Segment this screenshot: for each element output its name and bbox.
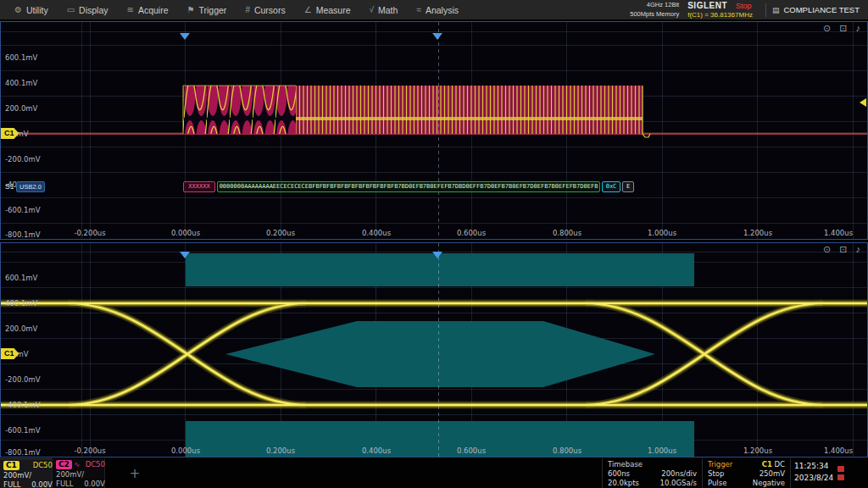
add-channel-button[interactable]: + — [105, 458, 164, 488]
c2-badge: C2 — [56, 460, 72, 469]
divider — [765, 3, 766, 17]
timebase-points: 20.0kpts — [608, 479, 652, 487]
y-tick: -200.0mV — [5, 375, 41, 384]
menu-utility[interactable]: ⚙Utility — [5, 0, 58, 19]
annotate-icon[interactable]: ♪ — [856, 23, 861, 33]
decode-slot-label: S1 — [5, 182, 14, 191]
decode-field-crc: 0xC — [602, 181, 620, 192]
channel2-panel[interactable]: C2 ∿ DC50 200mV/ FULL 0.00V — [53, 458, 105, 488]
x-tick: 1.000us — [635, 446, 689, 455]
brand-block: SIGLENTStop f(C1) = 36.81367MHz — [687, 0, 753, 19]
c2-scale: 200mV/ — [56, 470, 84, 479]
menu-measure[interactable]: ∠Measure — [295, 0, 360, 19]
oscilloscope-screen: ⚙Utility ▭Display ≋Acquire ⚑Trigger #Cur… — [0, 0, 868, 488]
timebase-panel[interactable]: Timebase 600ns 200ns/div 20.0kpts 10.0GS… — [602, 458, 702, 488]
x-tick: 1.400us — [811, 229, 865, 237]
x-tick: 0.800us — [540, 446, 594, 455]
brand-logo: SIGLENT — [687, 1, 727, 10]
decode-field-eop: E — [622, 181, 634, 192]
plot1-toolbar: ⊙ ⊡ ♪ — [817, 23, 860, 34]
camera-icon[interactable]: ⊙ — [823, 244, 831, 254]
system-info: 4GHz 12Bit 500Mpts Memory — [630, 1, 679, 18]
compliance-test-button[interactable]: ▤ COMPLIANCE TEST — [772, 5, 868, 14]
y-tick: -800.1mV — [5, 448, 41, 457]
x-tick: 0.200us — [253, 446, 308, 455]
menu-math-label: Math — [378, 5, 398, 15]
x-tick: 0.000us — [159, 229, 213, 237]
camera-icon[interactable]: ⊙ — [823, 23, 831, 33]
x-tick: 0.400us — [349, 229, 403, 237]
menu-trigger[interactable]: ⚑Trigger — [178, 0, 236, 19]
x-tick: 0.000us — [159, 446, 213, 455]
trigger-type: Pulse — [708, 479, 744, 487]
status-indicator-icons — [837, 461, 844, 485]
trigger-state: Stop — [708, 469, 744, 478]
acquire-icon: ≋ — [127, 5, 134, 14]
y-tick: -600.1mV — [5, 426, 41, 435]
c2-coupling: DC50 — [84, 460, 105, 469]
menu-acquire-label: Acquire — [138, 5, 169, 15]
trigger-level-marker[interactable] — [860, 98, 866, 107]
y-tick: -400.1mV — [5, 401, 41, 409]
timebase-delay: 600ns — [608, 469, 652, 478]
menu-utility-label: Utility — [26, 5, 48, 15]
expand-icon[interactable]: ⊡ — [839, 23, 847, 33]
y-tick: 400.1mV — [5, 299, 37, 308]
y-tick: 200.0mV — [5, 104, 37, 113]
frequency-counter: f(C1) = 36.81367MHz — [687, 11, 753, 19]
menu-analysis[interactable]: ≈Analysis — [407, 0, 468, 19]
decode-fields: XXXXXX 0000000AAAAAAAAEECECECECEBFBFBFBF… — [183, 181, 634, 192]
trigger-position-marker[interactable] — [180, 252, 190, 258]
menu-analysis-label: Analysis — [426, 5, 459, 15]
compliance-icon: ▤ — [772, 6, 780, 14]
x-tick: 0.800us — [540, 229, 594, 237]
x-tick: -0.200us — [63, 446, 117, 455]
math-icon: √ — [370, 5, 375, 14]
memory-label: 500Mpts Memory — [630, 10, 679, 19]
menu-cursors-label: Cursors — [254, 5, 286, 15]
timebase-scale: 200ns/div — [660, 469, 697, 478]
trigger-coupling: DC — [775, 460, 785, 469]
eye-diagram-plot[interactable]: ⊙ ⊡ ♪ 600.1mV 400.1mV 200.0mV 0.0mV -200… — [0, 242, 868, 458]
decode-field-sync: XXXXXX — [183, 181, 215, 192]
waveform-canvas — [1, 22, 867, 239]
menu-display-label: Display — [79, 5, 108, 15]
compliance-label: COMPLIANCE TEST — [783, 5, 860, 14]
delay-reference-marker[interactable] — [432, 33, 442, 40]
timebase-samplerate: 10.0GSa/s — [660, 479, 697, 487]
y-tick: -200.0mV — [5, 155, 41, 164]
network-status-icon — [837, 474, 844, 480]
trigger-position-marker[interactable] — [180, 33, 190, 40]
menu-acquire[interactable]: ≋Acquire — [118, 0, 178, 19]
x-tick: 1.000us — [635, 229, 689, 237]
channel1-panel[interactable]: C1 DC50 200mV/ FULL 0.00V — [0, 458, 53, 488]
y-tick: -800.1mV — [5, 230, 41, 239]
menu-display[interactable]: ▭Display — [58, 0, 118, 19]
x-tick: -0.200us — [63, 229, 117, 237]
x-tick: 1.200us — [731, 446, 785, 455]
run-state-badge[interactable]: Stop — [736, 2, 752, 10]
expand-icon[interactable]: ⊡ — [839, 244, 847, 254]
clock-date: 2023/8/24 — [794, 473, 833, 485]
annotate-icon[interactable]: ♪ — [856, 244, 861, 254]
waveform-plot[interactable]: ⊙ ⊡ ♪ 600.1mV 400.1mV 200.0mV 0.0mV -200… — [0, 21, 868, 240]
menu-cursors[interactable]: #Cursors — [236, 0, 294, 19]
menu-math[interactable]: √Math — [360, 0, 408, 19]
statusbar-spacer — [164, 458, 602, 488]
c2-bandwidth: FULL — [56, 480, 84, 488]
delay-reference-marker[interactable] — [432, 252, 442, 258]
c1-scale: 200mV/ — [3, 471, 31, 480]
trigger-panel[interactable]: Trigger C1 DC Stop 250mV Pulse Negative — [702, 458, 790, 488]
decode-bus-badge[interactable]: USB2.0 — [16, 181, 45, 192]
bandwidth-label: 4GHz 12Bit — [630, 1, 679, 9]
display-icon: ▭ — [67, 5, 75, 14]
clock-time: 11:25:34 — [794, 461, 833, 473]
c1-offset: 0.00V — [31, 480, 53, 488]
c2-offset: 0.00V — [84, 480, 105, 488]
c1-badge: C1 — [3, 461, 19, 470]
x-tick: 0.600us — [444, 229, 498, 237]
usb-sync-burst — [183, 86, 296, 134]
y-tick: -600.1mV — [5, 206, 41, 214]
usb-data-burst — [296, 86, 643, 134]
trigger-title: Trigger — [708, 460, 744, 469]
